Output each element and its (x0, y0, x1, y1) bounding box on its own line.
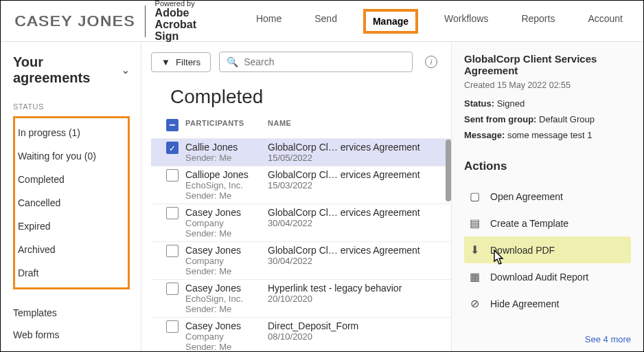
created-text: Created 15 May 2022 02:55 (464, 80, 631, 90)
status-list: In progress (1)Waiting for you (0)Comple… (13, 116, 130, 289)
sender-text: Sender: Me (185, 190, 268, 201)
action-download-audit-report[interactable]: ▦Download Audit Report (464, 263, 631, 290)
search-field[interactable]: 🔍 (219, 52, 413, 72)
info-icon[interactable]: i (425, 56, 437, 68)
table-row[interactable]: Casey JonesCompanySender: MeGlobalCorp C… (151, 204, 451, 242)
nav-send[interactable]: Send (308, 9, 344, 34)
participant-name: Casey Jones (185, 283, 268, 294)
table-row[interactable]: Calliope JonesEchoSign, Inc.Sender: MeGl… (151, 166, 451, 204)
select-all-checkbox[interactable] (166, 119, 179, 131)
agreement-name: GlobalCorp Cl… ervices Agreement (268, 169, 443, 180)
scrollbar[interactable] (446, 140, 451, 201)
acrobat-sign-text: Acrobat Sign (155, 19, 219, 43)
table-row[interactable]: Callie JonesSender: MeGlobalCorp Cl… erv… (151, 139, 451, 166)
col-header-name: NAME (268, 119, 443, 131)
toolbar: ▼ Filters 🔍 i (151, 52, 451, 72)
participant-name: Casey Jones (185, 207, 268, 218)
center-panel: ▼ Filters 🔍 i Completed PARTICIPANTS NAM… (141, 42, 451, 351)
sender-text: Sender: Me (185, 304, 268, 314)
nav: HomeSendManageWorkflowsReportsAccount (249, 9, 630, 34)
agreement-name: GlobalCorp Cl… ervices Agreement (268, 207, 443, 218)
action-open-agreement[interactable]: ▢Open Agreement (464, 183, 631, 210)
search-icon: 🔍 (227, 56, 238, 67)
agreement-name: GlobalCorp Cl… ervices Agreement (268, 142, 443, 153)
hide-icon: ⊘ (468, 297, 481, 310)
open-icon: ▢ (468, 190, 481, 203)
sender-text: Sender: Me (185, 153, 268, 163)
action-label: Open Agreement (490, 191, 563, 202)
actions-heading: Actions (464, 160, 631, 173)
status-item[interactable]: Archived (16, 238, 125, 261)
sender-text: Sender: Me (185, 342, 268, 351)
nav-reports[interactable]: Reports (514, 9, 562, 34)
participant-name: Casey Jones (185, 245, 268, 256)
participant-org: Company (185, 331, 268, 342)
participant-name: Calliope Jones (185, 169, 268, 180)
row-checkbox[interactable] (166, 207, 179, 219)
powered-by: Powered by Adobe Acrobat Sign (155, 0, 219, 42)
participant-org: EchoSign, Inc. (185, 294, 268, 304)
action-label: Download PDF (490, 245, 555, 256)
agreement-date: 30/04/2022 (268, 256, 443, 266)
search-input[interactable] (244, 56, 405, 67)
sidebar-other-list: TemplatesWeb forms (13, 302, 130, 346)
sender-text: Sender: Me (185, 228, 268, 239)
status-item[interactable]: In progress (1) (16, 121, 125, 144)
logo: CASEY JONES (14, 12, 135, 30)
status-item[interactable]: Expired (16, 214, 125, 238)
participant-name: Callie Jones (185, 142, 268, 153)
row-checkbox[interactable] (166, 169, 179, 182)
status-item[interactable]: Waiting for you (0) (16, 144, 125, 168)
filters-label: Filters (176, 57, 200, 67)
sidebar: Your agreements ⌄ STATUS In progress (1)… (1, 42, 141, 351)
nav-home[interactable]: Home (249, 9, 288, 34)
see-more-link[interactable]: See 4 more (585, 334, 631, 344)
chevron-down-icon: ⌄ (122, 65, 130, 76)
adobe-text: Adobe (155, 8, 219, 19)
nav-manage[interactable]: Manage (363, 9, 418, 34)
table-row[interactable]: Casey JonesCompanySender: MeGlobalCorp C… (151, 242, 451, 280)
action-label: Download Audit Report (490, 272, 588, 283)
funnel-icon: ▼ (161, 57, 170, 67)
agreement-title: GlobalCorp Client Services Agreement (464, 53, 631, 76)
template-icon: ▤ (468, 217, 481, 230)
sidebar-item[interactable]: Web forms (13, 324, 130, 346)
topbar: CASEY JONES Powered by Adobe Acrobat Sig… (1, 1, 643, 42)
agreements-table: PARTICIPANTS NAME Callie JonesSender: Me… (151, 119, 451, 351)
participant-name: Casey Jones (185, 320, 268, 331)
agreement-date: 08/10/2020 (268, 331, 443, 342)
action-label: Create a Template (490, 218, 568, 229)
col-header-participants: PARTICIPANTS (185, 119, 268, 131)
report-icon: ▦ (468, 270, 481, 283)
row-checkbox[interactable] (166, 283, 179, 295)
agreement-date: 15/03/2022 (268, 180, 443, 190)
row-checkbox[interactable] (166, 320, 179, 333)
page-heading: Completed (170, 86, 451, 108)
details-panel: GlobalCorp Client Services Agreement Cre… (451, 42, 643, 351)
status-item[interactable]: Draft (16, 261, 125, 285)
status-heading: STATUS (13, 102, 130, 111)
action-create-a-template[interactable]: ▤Create a Template (464, 210, 631, 236)
row-checkbox[interactable] (166, 245, 179, 257)
table-row[interactable]: Casey JonesEchoSign, Inc.Sender: MeHyper… (151, 280, 451, 318)
agreement-date: 20/10/2020 (268, 294, 443, 304)
table-row[interactable]: Casey JonesCompanySender: MeDirect_Depos… (151, 318, 451, 351)
sidebar-item[interactable]: Templates (13, 302, 130, 324)
status-item[interactable]: Cancelled (16, 191, 125, 214)
participant-org: Company (185, 256, 268, 266)
status-row: Status: Signed (464, 98, 631, 109)
agreement-name: GlobalCorp Cl… ervices Agreement (268, 245, 443, 256)
nav-workflows[interactable]: Workflows (437, 9, 495, 34)
nav-account[interactable]: Account (581, 9, 630, 34)
agreement-date: 30/04/2022 (268, 218, 443, 228)
action-hide-agreement[interactable]: ⊘Hide Agreement (464, 290, 631, 317)
filters-button[interactable]: ▼ Filters (151, 52, 211, 72)
sidebar-title-text: Your agreements (13, 54, 115, 86)
sidebar-title[interactable]: Your agreements ⌄ (13, 54, 130, 86)
action-download-pdf[interactable]: ⬇Download PDF (464, 236, 631, 263)
divider (145, 6, 146, 37)
agreement-date: 15/05/2022 (268, 153, 443, 163)
row-checkbox[interactable] (166, 142, 179, 154)
participant-org: EchoSign, Inc. (185, 180, 268, 190)
status-item[interactable]: Completed (16, 168, 125, 191)
